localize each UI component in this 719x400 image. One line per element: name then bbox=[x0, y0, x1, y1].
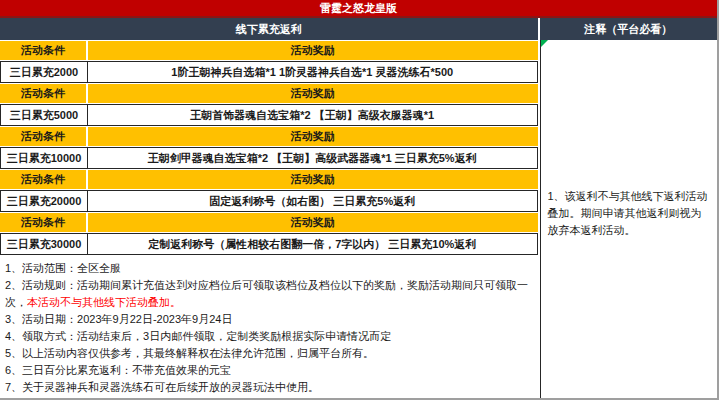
condition-cell: 三日累充5000 bbox=[0, 104, 88, 126]
column-header-reward: 活动奖励 bbox=[88, 41, 538, 60]
column-header-row: 活动条件 活动奖励 bbox=[0, 83, 538, 104]
recharge-rebate-table: 线下累充返利 活动条件 活动奖励 三日累充2000 1阶王朝神兵自选箱*1 1阶… bbox=[0, 18, 538, 400]
column-header-row: 活动条件 活动奖励 bbox=[0, 126, 538, 147]
note-item-3: 3、活动日期：2023年9月22日-2023年9月24日 bbox=[5, 311, 530, 328]
column-header-reward: 活动奖励 bbox=[88, 127, 538, 146]
column-header-reward: 活动奖励 bbox=[88, 213, 538, 232]
column-header-row: 活动条件 活动奖励 bbox=[0, 40, 538, 61]
tier-rows: 活动条件 活动奖励 三日累充2000 1阶王朝神兵自选箱*1 1阶灵器神兵自选*… bbox=[0, 40, 538, 255]
note-item-5: 5、以上活动内容仅供参考，其最终解释权在法律允许范围，归属平台所有。 bbox=[5, 345, 530, 362]
cell-comment-marker-icon bbox=[541, 40, 548, 47]
column-header-condition: 活动条件 bbox=[0, 84, 88, 103]
table-row: 三日累充20000 固定返利称号（如右图） 三日累充5%返利 bbox=[0, 190, 538, 212]
column-header-reward: 活动奖励 bbox=[88, 170, 538, 189]
sheet-content: 线下累充返利 活动条件 活动奖励 三日累充2000 1阶王朝神兵自选箱*1 1阶… bbox=[0, 18, 717, 400]
column-header-condition: 活动条件 bbox=[0, 213, 88, 232]
reward-cell: 王朝剑甲器魂自选宝箱*2 【王朝】高级武器器魂*1 三日累充5%返利 bbox=[88, 147, 538, 169]
table-row: 三日累充2000 1阶王朝神兵自选箱*1 1阶灵器神兵自选*1 灵器洗练石*50… bbox=[0, 61, 538, 83]
note-item-4: 4、领取方式：活动结束后，3日内邮件领取，定制类奖励根据实际申请情况而定 bbox=[5, 328, 530, 345]
reward-cell: 1阶王朝神兵自选箱*1 1阶灵器神兵自选*1 灵器洗练石*500 bbox=[88, 61, 538, 83]
notes-section: 1、活动范围：全区全服 2、活动规则：活动期间累计充值达到对应档位后可领取该档位… bbox=[0, 255, 538, 400]
condition-cell: 三日累充30000 bbox=[0, 233, 88, 255]
column-header-reward: 活动奖励 bbox=[88, 84, 538, 103]
reward-cell: 固定返利称号（如右图） 三日累充5%返利 bbox=[88, 190, 538, 212]
column-header-condition: 活动条件 bbox=[0, 127, 88, 146]
annotation-panel-header: 注释（平台必看） bbox=[540, 18, 718, 40]
annotation-panel: 注释（平台必看） 1、该返利不与其他线下返利活动叠加。期间申请其他返利则视为放弃… bbox=[538, 18, 718, 400]
note-item-2: 2、活动规则：活动期间累计充值达到对应档位后可领取该档位及档位以下的奖励，奖励活… bbox=[5, 277, 530, 311]
spreadsheet-sheet: 雷霆之怒龙皇版 线下累充返利 活动条件 活动奖励 三日累充2000 1阶王朝神兵… bbox=[0, 0, 719, 400]
condition-cell: 三日累充20000 bbox=[0, 190, 88, 212]
left-table-header: 线下累充返利 bbox=[0, 18, 538, 40]
column-header-row: 活动条件 活动奖励 bbox=[0, 212, 538, 233]
reward-cell: 王朝首饰器魂自选宝箱*2 【王朝】高级衣服器魂*1 bbox=[88, 104, 538, 126]
column-header-row: 活动条件 活动奖励 bbox=[0, 169, 538, 190]
note-item-1: 1、活动范围：全区全服 bbox=[5, 260, 530, 277]
table-row: 三日累充5000 王朝首饰器魂自选宝箱*2 【王朝】高级衣服器魂*1 bbox=[0, 104, 538, 126]
table-row: 三日累充30000 定制返利称号（属性相较右图翻一倍，7字以内） 三日累充10%… bbox=[0, 233, 538, 255]
condition-cell: 三日累充2000 bbox=[0, 61, 88, 83]
page-title: 雷霆之怒龙皇版 bbox=[0, 0, 717, 18]
annotation-panel-body: 1、该返利不与其他线下返利活动叠加。期间申请其他返利则视为放弃本返利活动。 bbox=[540, 40, 718, 400]
reward-cell: 定制返利称号（属性相较右图翻一倍，7字以内） 三日累充10%返利 bbox=[88, 233, 538, 255]
note-item-2-highlight: 本活动不与其他线下活动叠加。 bbox=[27, 296, 181, 308]
column-header-condition: 活动条件 bbox=[0, 170, 88, 189]
condition-cell: 三日累充10000 bbox=[0, 147, 88, 169]
table-row: 三日累充10000 王朝剑甲器魂自选宝箱*2 【王朝】高级武器器魂*1 三日累充… bbox=[0, 147, 538, 169]
note-item-6: 6、三日百分比累充返利：不带充值效果的元宝 bbox=[5, 362, 530, 379]
column-header-condition: 活动条件 bbox=[0, 41, 88, 60]
annotation-note: 1、该返利不与其他线下返利活动叠加。期间申请其他返利则视为放弃本返利活动。 bbox=[541, 188, 718, 239]
note-item-7: 7、关于灵器神兵和灵器洗练石可在后续开放的灵器玩法中使用。 bbox=[5, 379, 530, 396]
